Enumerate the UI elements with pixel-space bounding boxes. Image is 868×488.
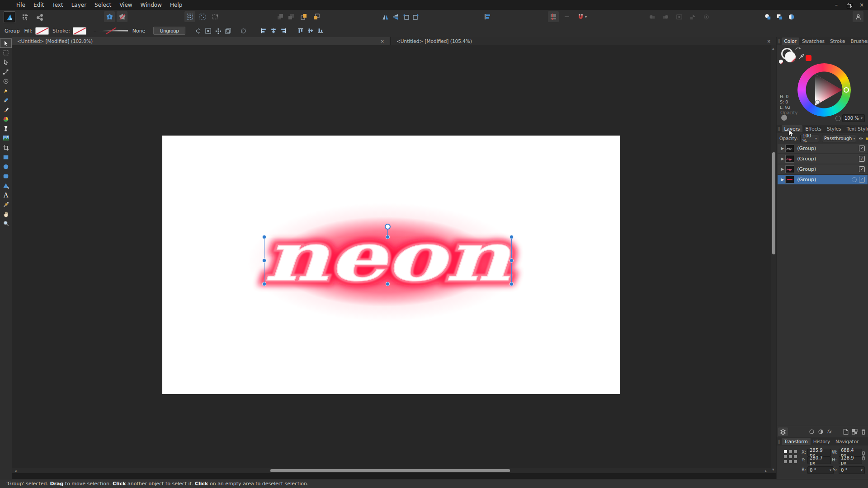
selection-handle-n[interactable] [386, 235, 389, 239]
boolean-intersect-icon[interactable] [786, 11, 797, 22]
document-tab-1[interactable]: <Untitled> [Modified] (102.0%) × [12, 37, 390, 45]
sl-selector[interactable] [816, 100, 820, 104]
magnet-dropdown-icon[interactable]: ▾ [585, 15, 587, 19]
y-field[interactable]: 280.7 px [807, 456, 831, 464]
expand-icon[interactable]: ▶ [778, 146, 784, 150]
tab-effects[interactable]: Effects [802, 125, 824, 132]
picked-color-swatch[interactable] [806, 55, 811, 61]
vector-brush-tool[interactable] [0, 105, 12, 114]
panel-grip-icon[interactable]: ‖ [777, 127, 782, 131]
place-image-tool[interactable] [0, 133, 12, 143]
boolean-add-icon[interactable] [762, 11, 773, 22]
designer-persona-icon[interactable] [4, 11, 15, 23]
selection-handle-w[interactable] [263, 259, 266, 262]
ungroup-button[interactable]: Ungroup [153, 27, 185, 35]
transparency-tool[interactable] [0, 124, 12, 133]
person-icon[interactable] [853, 11, 863, 22]
color-picker-icon[interactable] [798, 53, 805, 60]
layer-thumbnail[interactable] [785, 165, 794, 173]
align-right-icon[interactable] [278, 26, 288, 35]
adjustment-icon[interactable] [818, 429, 824, 435]
rotate-clockwise-icon[interactable] [410, 11, 421, 22]
layer-row-3[interactable]: ▶ (Group) ✓ [778, 164, 868, 174]
rotation-handle[interactable] [385, 224, 391, 230]
panel-grip-icon[interactable]: ‖ [777, 439, 782, 444]
menu-select[interactable]: Select [90, 0, 115, 10]
vertical-scrollbar[interactable]: ▴ ▾ [771, 45, 776, 473]
move-to-front-icon[interactable] [275, 11, 286, 22]
panel-grip-icon[interactable]: ‖ [777, 39, 782, 43]
lock-icon[interactable] [865, 136, 868, 141]
horizontal-scrollbar[interactable]: ◂ ▸ [12, 468, 771, 473]
reset-rotation-icon[interactable] [239, 26, 249, 35]
rotation-dropdown[interactable]: 0 °▾ [807, 466, 834, 474]
selection-handle-sw[interactable] [263, 282, 266, 286]
hand-tool[interactable] [0, 209, 12, 219]
layer-name[interactable]: (Group) [797, 166, 816, 172]
tab-color[interactable]: Color [782, 38, 799, 45]
tab-navigator[interactable]: Navigator [833, 438, 861, 445]
scroll-up-icon[interactable]: ▴ [772, 46, 774, 51]
cycle-selection-box-icon[interactable] [203, 26, 213, 35]
move-to-back-icon[interactable] [286, 11, 297, 22]
insert-on-top-icon[interactable] [687, 11, 698, 22]
layer-row-2[interactable]: ▶ (Group) ✓ [778, 154, 868, 164]
hue-selector[interactable] [844, 88, 849, 92]
rotate-anticlockwise-icon[interactable] [401, 11, 411, 22]
rectangle-tool[interactable] [0, 152, 12, 162]
menu-layer[interactable]: Layer [67, 0, 90, 10]
layer-row-1[interactable]: ▶ (Group) ✓ [778, 144, 868, 153]
menu-view[interactable]: View [115, 0, 136, 10]
export-persona-icon[interactable] [34, 12, 45, 23]
guides-icon[interactable] [548, 11, 559, 22]
move-tool[interactable] [0, 38, 12, 48]
tab-close-icon[interactable]: × [765, 39, 773, 44]
opacity-value-field[interactable]: 100 %▾ [842, 114, 865, 122]
triangle-tool[interactable] [0, 181, 12, 190]
stroke-width-widget[interactable] [93, 27, 129, 34]
align-top-icon[interactable] [296, 26, 306, 35]
gear-icon[interactable] [859, 136, 863, 141]
align-bottom-icon[interactable] [316, 26, 326, 35]
fill-tool[interactable] [0, 114, 12, 124]
zoom-tool[interactable] [0, 219, 12, 228]
menu-help[interactable]: Help [166, 0, 186, 10]
flip-horizontal-icon[interactable] [380, 11, 391, 22]
tab-close-icon[interactable]: × [379, 39, 386, 44]
rounded-rectangle-tool[interactable] [0, 171, 12, 181]
document-tab-2[interactable]: <Untitled> [Modified] (105.4%) × [391, 37, 776, 45]
pen-tool[interactable] [0, 86, 12, 95]
insert-inside-icon[interactable] [674, 11, 684, 22]
add-layer-icon[interactable] [843, 429, 849, 435]
tab-history[interactable]: History [811, 438, 833, 445]
color-picker-tool[interactable] [0, 200, 12, 209]
tab-text-styles[interactable]: Text Styles [844, 125, 868, 132]
expand-icon[interactable]: ▶ [778, 157, 784, 161]
h-field[interactable]: 128.9 px [839, 456, 862, 464]
select-same-icon[interactable] [701, 11, 712, 22]
tab-swatches[interactable]: Swatches [799, 38, 827, 45]
layer-visibility-checkbox[interactable]: ✓ [859, 166, 865, 172]
fx-icon[interactable]: fx [827, 429, 831, 435]
artboard-tool[interactable] [0, 48, 12, 57]
menu-file[interactable]: File [12, 0, 29, 10]
crop-tool[interactable] [0, 143, 12, 152]
layer-name[interactable]: (Group) [797, 177, 816, 183]
trash-icon[interactable] [861, 429, 866, 435]
color-wheel[interactable] [797, 63, 851, 117]
layer-visibility-checkbox[interactable]: ✓ [859, 177, 865, 183]
shear-dropdown[interactable]: 0 °▾ [839, 466, 865, 474]
alignment-icon[interactable] [482, 11, 493, 22]
expand-icon[interactable]: ▶ [778, 178, 784, 182]
menu-window[interactable]: Window [137, 0, 166, 10]
insert-in-front-icon[interactable] [660, 11, 671, 22]
layer-name[interactable]: (Group) [797, 145, 816, 151]
stroke-style-value[interactable]: None [132, 28, 146, 34]
stroke-swatch[interactable] [73, 27, 86, 35]
restore-icon[interactable] [843, 0, 855, 10]
expand-icon[interactable]: ▶ [778, 167, 784, 171]
move-forward-icon[interactable] [298, 11, 309, 22]
tab-brushes[interactable]: Brushes [848, 38, 868, 45]
pencil-tool[interactable] [0, 95, 12, 105]
snap-grid-icon[interactable] [197, 11, 208, 22]
